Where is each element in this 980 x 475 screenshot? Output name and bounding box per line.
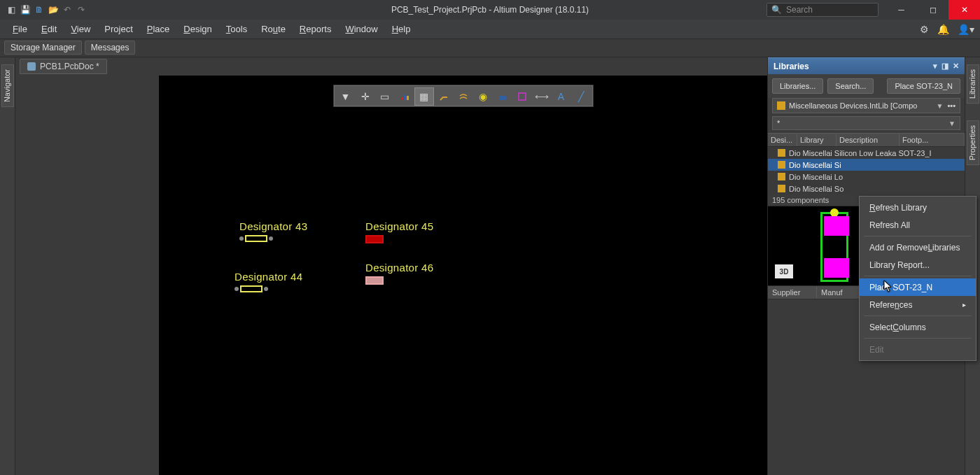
- library-filter[interactable]: * ▼: [772, 116, 960, 130]
- menu-refresh-library[interactable]: Refresh Library: [860, 199, 976, 216]
- menu-design[interactable]: Design: [176, 21, 218, 37]
- maximize-button[interactable]: ◻: [917, 0, 948, 20]
- notification-icon[interactable]: 🔔: [937, 24, 949, 35]
- menu-tools[interactable]: Tools: [219, 21, 254, 37]
- menu-reports[interactable]: Reports: [293, 21, 339, 37]
- save-all-icon[interactable]: 🗎: [34, 4, 45, 15]
- dimension-icon[interactable]: ⟷: [532, 87, 552, 106]
- library-grid-body: Dio Miscellai Silicon Low Leaka SOT-23_I…: [768, 147, 965, 194]
- document-tabs: PCB1.PcbDoc *: [15, 57, 767, 76]
- menu-help[interactable]: Help: [385, 21, 418, 37]
- redo-icon[interactable]: ↷: [76, 4, 87, 15]
- library-selector-value: Miscellaneous Devices.IntLib [Compo: [789, 101, 917, 110]
- menu-refresh-all[interactable]: Refresh All: [860, 216, 976, 234]
- menu-project[interactable]: Project: [97, 21, 139, 37]
- plane-icon[interactable]: [512, 87, 532, 106]
- search-icon: 🔍: [771, 5, 782, 15]
- doc-tab-pcb1[interactable]: PCB1.PcbDoc *: [20, 59, 107, 74]
- via-icon[interactable]: ◉: [473, 87, 493, 106]
- 3d-button[interactable]: 3D: [775, 264, 793, 278]
- line-icon[interactable]: ╱: [571, 87, 591, 106]
- place-button[interactable]: Place SOT-23_N: [887, 78, 960, 94]
- menu-window[interactable]: Window: [338, 21, 384, 37]
- library-row[interactable]: Dio Miscellai So: [768, 183, 965, 194]
- move-icon[interactable]: ✛: [356, 87, 375, 106]
- menu-edit[interactable]: Edit: [34, 21, 64, 37]
- menu-add-remove-libraries[interactable]: Add or Remove Libraries: [860, 239, 976, 256]
- libraries-button-row: Libraries... Search... Place SOT-23_N: [768, 74, 965, 98]
- selection-icon[interactable]: ▭: [375, 87, 395, 106]
- title-bar: ◧ 💾 🗎 📂 ↶ ↷ PCB_Test_Project.PrjPcb - Al…: [0, 0, 980, 20]
- footprint-graphic: [820, 212, 848, 282]
- open-icon[interactable]: 📂: [48, 4, 59, 15]
- library-row[interactable]: Dio Miscellai Silicon Low Leaka SOT-23_I: [768, 147, 965, 159]
- tab-messages[interactable]: Messages: [85, 41, 136, 55]
- undo-icon[interactable]: ↶: [62, 4, 73, 15]
- library-filter-value: *: [777, 119, 780, 127]
- panel-pin-icon[interactable]: ◨: [941, 62, 948, 71]
- libraries-title: Libraries: [774, 62, 809, 71]
- search-button[interactable]: Search...: [827, 78, 874, 94]
- library-selector[interactable]: Miscellaneous Devices.IntLib [Compo ▼ ••…: [772, 98, 960, 113]
- menu-edit: Edit: [860, 341, 976, 358]
- minimize-button[interactable]: ─: [886, 0, 917, 20]
- menu-route[interactable]: Route: [254, 21, 293, 37]
- doc-tab-label: PCB1.PcbDoc *: [40, 62, 99, 71]
- svg-rect-0: [401, 97, 403, 100]
- pcb-active-bar: ▼ ✛ ▭ ▦ ◉ ⟷ A ╱: [334, 85, 593, 106]
- close-button[interactable]: ✕: [948, 0, 980, 20]
- menu-view[interactable]: View: [64, 21, 97, 37]
- library-grid-header: Desi... Library Description Footp...: [768, 133, 965, 147]
- col-library[interactable]: Library: [797, 134, 836, 146]
- vtab-navigator[interactable]: Navigator: [1, 64, 14, 107]
- align-icon[interactable]: [395, 87, 414, 106]
- route-icon[interactable]: [434, 87, 454, 106]
- menu-library-report[interactable]: Library Report...: [860, 256, 976, 274]
- diff-pair-icon[interactable]: [454, 87, 473, 106]
- component-d43[interactable]: Designator 43: [239, 220, 307, 242]
- left-vertical-tab-strip: Navigator: [0, 57, 15, 475]
- component-d46[interactable]: Designator 46: [365, 262, 433, 285]
- document-area: PCB1.PcbDoc * ▼ ✛ ▭ ▦ ◉ ⟷: [15, 57, 767, 475]
- svg-rect-4: [519, 93, 526, 100]
- col-design[interactable]: Desi...: [768, 134, 797, 146]
- menu-place[interactable]: Place: [140, 21, 177, 37]
- col-description[interactable]: Description: [836, 134, 899, 146]
- polygon-icon[interactable]: [493, 87, 512, 106]
- designator-label: Designator 44: [234, 271, 302, 283]
- library-context-menu: Refresh Library Refresh All Add or Remov…: [859, 196, 976, 361]
- component-icon[interactable]: ▦: [414, 87, 434, 106]
- vtab-libraries[interactable]: Libraries: [967, 64, 979, 104]
- library-row[interactable]: Dio Miscellai Lo: [768, 171, 965, 183]
- text-icon[interactable]: A: [552, 87, 571, 106]
- component-d45[interactable]: Designator 45: [365, 220, 433, 243]
- panel-close-icon[interactable]: ✕: [953, 62, 959, 71]
- pcb-file-icon: [27, 62, 36, 71]
- col-footprint[interactable]: Footp...: [899, 134, 965, 146]
- libraries-header: Libraries ▾ ◨ ✕: [768, 57, 965, 74]
- menu-file[interactable]: File: [6, 21, 34, 37]
- menu-references[interactable]: References▸: [860, 296, 976, 313]
- svg-rect-3: [499, 96, 506, 100]
- ellipsis-icon[interactable]: •••: [947, 101, 955, 110]
- quick-access-toolbar: ◧ 💾 🗎 📂 ↶ ↷: [0, 4, 87, 15]
- col-supplier[interactable]: Supplier: [768, 286, 817, 299]
- save-icon[interactable]: 💾: [20, 4, 31, 15]
- tab-storage-manager[interactable]: Storage Manager: [4, 41, 82, 55]
- window-title: PCB_Test_Project.PrjPcb - Altium Designe…: [391, 5, 589, 15]
- filter-icon[interactable]: ▼: [336, 87, 356, 106]
- menu-select-columns[interactable]: Select Columns: [860, 318, 976, 336]
- component-icon: [778, 185, 785, 192]
- pcb-canvas[interactable]: ▼ ✛ ▭ ▦ ◉ ⟷ A ╱ Designator 43: [159, 76, 767, 475]
- component-d44[interactable]: Designator 44: [234, 271, 302, 292]
- user-icon[interactable]: 👤▾: [958, 24, 974, 35]
- chevron-down-icon: ▼: [937, 102, 944, 110]
- search-box[interactable]: 🔍 Search: [766, 3, 878, 17]
- panel-menu-icon[interactable]: ▾: [933, 62, 937, 71]
- settings-icon[interactable]: ⚙: [920, 24, 929, 35]
- libraries-button[interactable]: Libraries...: [772, 78, 823, 94]
- library-row[interactable]: Dio Miscellai Si: [768, 159, 965, 171]
- menu-place-component[interactable]: Place SOT-23_N: [860, 278, 976, 296]
- svg-rect-1: [404, 94, 406, 100]
- vtab-properties[interactable]: Properties: [967, 120, 979, 165]
